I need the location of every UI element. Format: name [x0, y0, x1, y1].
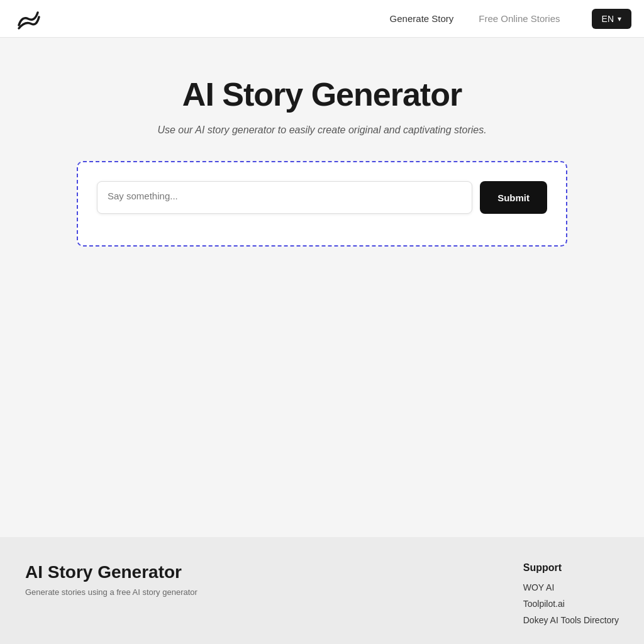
- footer-link-toolpilot[interactable]: Toolpilot.ai: [523, 599, 619, 609]
- logo-icon: [13, 3, 44, 35]
- page-subtitle: Use our AI story generator to easily cre…: [157, 125, 486, 136]
- footer-link-woy[interactable]: WOY AI: [523, 582, 619, 592]
- input-row: Submit: [97, 181, 547, 214]
- page-title: AI Story Generator: [182, 75, 462, 113]
- story-prompt-input[interactable]: [97, 181, 472, 214]
- language-button[interactable]: EN ▾: [592, 9, 631, 29]
- footer-brand-title: AI Story Generator: [25, 562, 197, 582]
- nav: Generate Story Free Online Stories EN ▾: [390, 9, 631, 29]
- nav-free-stories[interactable]: Free Online Stories: [479, 13, 560, 24]
- footer: AI Story Generator Generate stories usin…: [0, 537, 644, 644]
- nav-generate-story[interactable]: Generate Story: [390, 13, 454, 24]
- footer-support-heading: Support: [523, 562, 619, 574]
- logo-link[interactable]: [13, 3, 44, 35]
- footer-support: Support WOY AI Toolpilot.ai Dokey AI Too…: [523, 562, 619, 625]
- footer-brand: AI Story Generator Generate stories usin…: [25, 562, 197, 597]
- header: Generate Story Free Online Stories EN ▾: [0, 0, 644, 38]
- footer-link-dokey[interactable]: Dokey AI Tools Directory: [523, 615, 619, 625]
- chevron-down-icon: ▾: [618, 14, 621, 23]
- footer-brand-subtitle: Generate stories using a free AI story g…: [25, 587, 197, 597]
- submit-button[interactable]: Submit: [480, 181, 547, 214]
- main-content: AI Story Generator Use our AI story gene…: [0, 38, 644, 537]
- story-input-card: Submit: [77, 161, 567, 247]
- language-label: EN: [602, 14, 614, 24]
